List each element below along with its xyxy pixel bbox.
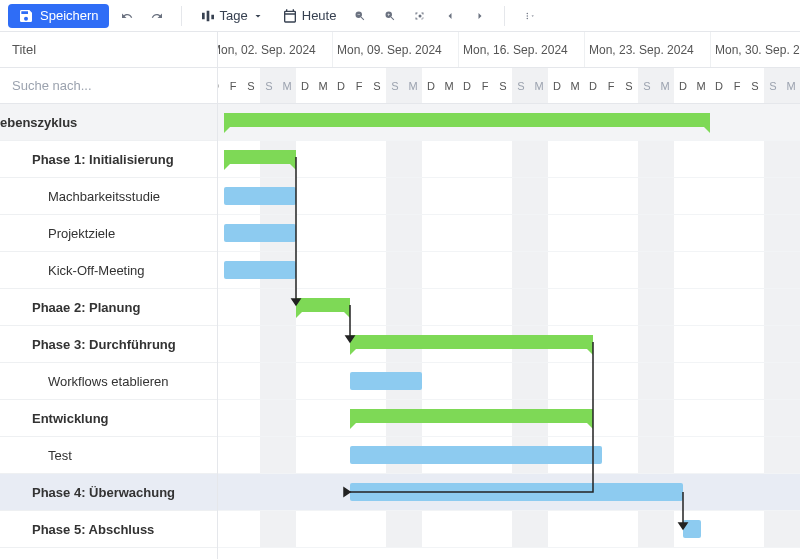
day-label: F [602, 68, 620, 104]
day-label: S [746, 68, 764, 104]
task-row-label[interactable]: Phase 4: Überwachung [0, 474, 217, 511]
task-row-label[interactable]: Machbarkeitsstudie [0, 178, 217, 215]
day-label: M [278, 68, 296, 104]
nav-next-button[interactable] [468, 4, 492, 28]
day-label: M [656, 68, 674, 104]
task-row-label[interactable]: Phase 5: Abschluss [0, 511, 217, 548]
day-label: S [260, 68, 278, 104]
view-scale-dropdown[interactable]: Tage [194, 4, 270, 28]
undo-button[interactable] [115, 4, 139, 28]
day-label: M [530, 68, 548, 104]
task-row-label[interactable]: Projektziele [0, 215, 217, 252]
week-label: Mon, 30. Sep. 2024 [710, 32, 800, 68]
separator [504, 6, 505, 26]
gantt-row [218, 511, 800, 548]
day-label: S [512, 68, 530, 104]
week-label: Mon, 16. Sep. 2024 [458, 32, 568, 68]
task-bar[interactable] [224, 187, 296, 205]
search-input[interactable]: Suche nach... [0, 68, 218, 104]
gantt-area[interactable] [218, 104, 800, 559]
day-label: D [710, 68, 728, 104]
more-menu-button[interactable] [517, 4, 541, 28]
task-row-label[interactable]: Phase 3: Durchführung [0, 326, 217, 363]
zoom-fit-button[interactable] [408, 4, 432, 28]
calendar-icon [282, 8, 298, 24]
gantt-row [218, 178, 800, 215]
gantt-row [218, 141, 800, 178]
task-row-label[interactable]: Entwicklung [0, 400, 217, 437]
zoom-in-button[interactable] [378, 4, 402, 28]
timeline-header-days: DMDFSSMDMDFSSMDMDFSSMDMDFSSMDMDFSSMDMD [218, 68, 800, 104]
chevron-down-icon [252, 10, 264, 22]
day-label: S [764, 68, 782, 104]
task-row-label[interactable]: Test [0, 437, 217, 474]
day-label: F [224, 68, 242, 104]
save-button[interactable]: Speichern [8, 4, 109, 28]
summary-bar[interactable] [224, 150, 296, 164]
day-label: M [404, 68, 422, 104]
day-label: F [476, 68, 494, 104]
task-bar[interactable] [350, 372, 422, 390]
separator [181, 6, 182, 26]
bars-icon [200, 8, 216, 24]
day-label: D [674, 68, 692, 104]
redo-icon [151, 8, 163, 24]
task-row-label[interactable]: ebenszyklus [0, 104, 217, 141]
day-label: S [368, 68, 386, 104]
task-bar[interactable] [350, 483, 683, 501]
day-label: M [692, 68, 710, 104]
redo-button[interactable] [145, 4, 169, 28]
today-button[interactable]: Heute [276, 4, 343, 28]
summary-bar[interactable] [350, 409, 593, 423]
day-label: S [494, 68, 512, 104]
day-label: M [566, 68, 584, 104]
day-label: S [638, 68, 656, 104]
chevron-left-icon [444, 8, 456, 24]
gantt-row [218, 363, 800, 400]
task-list: ebenszyklusPhase 1: InitialisierungMachb… [0, 104, 218, 559]
task-row-label[interactable]: Workflows etablieren [0, 363, 217, 400]
summary-bar[interactable] [224, 113, 710, 127]
save-icon [18, 8, 34, 24]
task-row-label[interactable]: Kick-Off-Meeting [0, 252, 217, 289]
day-label: S [242, 68, 260, 104]
task-row-label[interactable]: Phaae 2: Planung [0, 289, 217, 326]
gantt-row [218, 252, 800, 289]
chevron-right-icon [474, 8, 486, 24]
day-label: F [728, 68, 746, 104]
day-label: D [332, 68, 350, 104]
day-label: M [440, 68, 458, 104]
day-label: D [458, 68, 476, 104]
week-label: Mon, 02. Sep. 2024 [218, 32, 316, 68]
column-header-title: Titel [0, 32, 218, 68]
zoom-out-icon [354, 8, 366, 24]
task-bar[interactable] [683, 520, 701, 538]
zoom-out-button[interactable] [348, 4, 372, 28]
today-label: Heute [302, 8, 337, 23]
timeline-header-weeks: Mon, 02. Sep. 2024Mon, 09. Sep. 2024Mon,… [218, 32, 800, 68]
task-bar[interactable] [224, 224, 296, 242]
task-bar[interactable] [224, 261, 296, 279]
zoom-in-icon [384, 8, 396, 24]
summary-bar[interactable] [296, 298, 350, 312]
view-scale-label: Tage [220, 8, 248, 23]
day-label: M [782, 68, 800, 104]
chevron-down-icon [530, 11, 535, 21]
svg-point-0 [527, 12, 528, 13]
gantt-row [218, 215, 800, 252]
day-label: M [314, 68, 332, 104]
fit-icon [414, 8, 426, 24]
toolbar: Speichern Tage Heute [0, 0, 800, 32]
save-label: Speichern [40, 8, 99, 23]
day-label: D [296, 68, 314, 104]
summary-bar[interactable] [350, 335, 593, 349]
task-row-label[interactable]: Phase 1: Initialisierung [0, 141, 217, 178]
svg-point-1 [527, 15, 528, 16]
week-label: Mon, 23. Sep. 2024 [584, 32, 694, 68]
week-label: Mon, 09. Sep. 2024 [332, 32, 442, 68]
nav-prev-button[interactable] [438, 4, 462, 28]
day-label: F [350, 68, 368, 104]
svg-point-2 [527, 17, 528, 18]
day-label: S [620, 68, 638, 104]
task-bar[interactable] [350, 446, 602, 464]
